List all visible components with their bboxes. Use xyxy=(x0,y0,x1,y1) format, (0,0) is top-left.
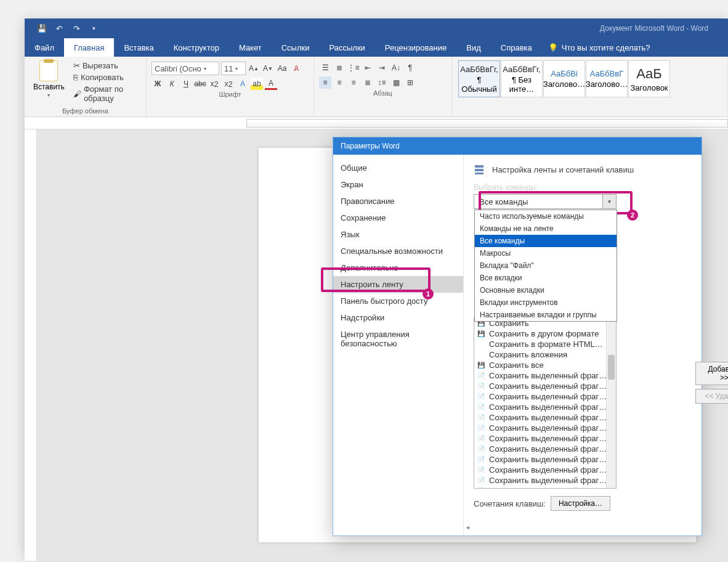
list-item[interactable]: Сохранить вложения xyxy=(474,349,616,360)
superscript-button[interactable]: x2 xyxy=(222,78,235,90)
sidebar-item-addins[interactable]: Надстройки xyxy=(333,309,463,326)
dropdown-item[interactable]: Вкладки инструментов xyxy=(475,296,617,309)
text-effects-button[interactable]: A xyxy=(237,78,249,90)
redo-icon[interactable]: ↷ xyxy=(71,23,81,33)
shading-button[interactable]: ▦ xyxy=(390,76,402,89)
paste-button[interactable]: Вставить ▾ xyxy=(30,59,68,107)
horizontal-scrollbar[interactable] xyxy=(465,524,700,533)
list-item[interactable]: 📄Сохранить выделенный фраг… xyxy=(474,412,616,423)
add-button[interactable]: Добавить >> xyxy=(695,362,728,385)
subscript-button[interactable]: x2 xyxy=(208,78,220,90)
list-item[interactable]: 💾Сохранить в другом формате▸ xyxy=(474,328,616,339)
borders-button[interactable]: ⊞ xyxy=(404,76,416,89)
shrink-font-button[interactable]: A▼ xyxy=(262,62,274,75)
undo-icon[interactable]: ↶ xyxy=(54,23,64,33)
sidebar-item-accessibility[interactable]: Специальные возможности xyxy=(333,243,463,259)
qat-more-icon[interactable]: ▾ xyxy=(89,23,99,33)
tab-review[interactable]: Рецензирование xyxy=(375,38,456,57)
list-item[interactable]: Сохранить в формате HTML… xyxy=(474,339,616,349)
style-normal[interactable]: АаБбВвГг,¶ Обычный xyxy=(458,60,500,97)
sidebar-item-display[interactable]: Экран xyxy=(333,176,463,193)
font-size-combo[interactable]: 11▾ xyxy=(221,62,246,75)
sidebar-item-language[interactable]: Язык xyxy=(333,226,463,243)
highlight-button[interactable]: ab xyxy=(251,78,263,90)
numbering-button[interactable]: ≣ xyxy=(333,62,346,74)
clear-format-button[interactable]: A̷ xyxy=(290,62,302,75)
tab-references[interactable]: Ссылки xyxy=(272,38,320,57)
indent-button[interactable]: ⇥ xyxy=(376,62,388,74)
font-name-combo[interactable]: Calibri (Осно▾ xyxy=(152,62,219,75)
underline-button[interactable]: Ч xyxy=(180,78,192,90)
remove-button[interactable]: << Удалить xyxy=(695,389,728,404)
dropdown-item[interactable]: Макросы xyxy=(475,247,617,259)
italic-button[interactable]: К xyxy=(166,78,178,90)
strike-button[interactable]: abc xyxy=(194,78,206,90)
style-heading2[interactable]: АаБбВвГЗаголово… xyxy=(586,60,628,97)
dropdown-item[interactable]: Все вкладки xyxy=(475,272,617,284)
list-item[interactable]: 📄Сохранить выделенный фраг… xyxy=(474,433,616,444)
sidebar-item-trust[interactable]: Центр управления безопасностью xyxy=(333,326,463,352)
list-item[interactable]: 📄Сохранить выделенный фраг… xyxy=(474,402,616,412)
grow-font-button[interactable]: A▲ xyxy=(248,62,260,75)
cut-button[interactable]: ✂Вырезать xyxy=(72,60,141,71)
tab-help[interactable]: Справка xyxy=(491,38,542,57)
bullets-button[interactable]: ☰ xyxy=(319,62,331,74)
outdent-button[interactable]: ⇤ xyxy=(362,62,374,74)
format-painter-button[interactable]: 🖌Формат по образцу xyxy=(72,84,141,104)
list-item[interactable]: 📄Сохранить выделенный фраг… xyxy=(474,423,616,433)
dropdown-item[interactable]: Команды не на ленте xyxy=(475,222,617,235)
sidebar-item-customize-ribbon[interactable]: Настроить ленту xyxy=(333,276,463,293)
multilevel-button[interactable]: ⋮≡ xyxy=(347,62,360,74)
list-item[interactable]: 💾Сохранить все xyxy=(474,360,616,370)
dropdown-item[interactable]: Настраиваемые вкладки и группы xyxy=(475,309,617,321)
list-item[interactable]: 📄Сохранить выделенный фраг… xyxy=(474,475,616,486)
list-item[interactable]: 📄Сохранить выделенный фраг… xyxy=(474,486,616,489)
dropdown-item[interactable]: Основные вкладки xyxy=(475,284,617,296)
list-item[interactable]: 📄Сохранить выделенный фраг… xyxy=(474,454,616,465)
tab-layout[interactable]: Макет xyxy=(229,38,272,57)
sidebar-item-save[interactable]: Сохранение xyxy=(333,210,463,226)
tab-insert[interactable]: Вставка xyxy=(114,38,163,57)
tab-home[interactable]: Главная xyxy=(64,38,114,57)
change-case-button[interactable]: Aa xyxy=(276,62,288,75)
list-item[interactable]: 📄Сохранить выделенный фраг… xyxy=(474,465,616,475)
sidebar-item-advanced[interactable]: Дополнительно xyxy=(333,259,463,276)
sidebar-item-general[interactable]: Общие xyxy=(333,160,463,176)
style-no-spacing[interactable]: АаБбВвГг,¶ Без инте… xyxy=(501,60,543,97)
dropdown-item[interactable]: Часто используемые команды xyxy=(475,210,617,222)
align-center-button[interactable]: ≡ xyxy=(333,76,346,89)
show-marks-button[interactable]: ¶ xyxy=(404,62,416,74)
sidebar-item-proofing[interactable]: Правописание xyxy=(333,193,463,210)
scrollbar-thumb[interactable] xyxy=(608,355,615,380)
commands-dropdown[interactable]: Все команды ▼ Часто используемые команды… xyxy=(474,194,617,209)
bold-button[interactable]: Ж xyxy=(152,78,164,90)
horizontal-ruler[interactable] xyxy=(25,117,728,129)
tab-mailings[interactable]: Рассылки xyxy=(319,38,374,57)
sort-button[interactable]: A↓ xyxy=(390,62,402,74)
dropdown-item[interactable]: Все команды xyxy=(475,235,617,247)
save-icon[interactable]: 💾 xyxy=(37,23,47,33)
scrollbar[interactable] xyxy=(606,318,616,488)
style-heading1[interactable]: АаБбВіЗаголово… xyxy=(543,60,585,97)
font-color-button[interactable]: A xyxy=(265,78,277,90)
tab-design[interactable]: Конструктор xyxy=(164,38,229,57)
copy-button[interactable]: ⎘Копировать xyxy=(72,72,141,83)
tab-file[interactable]: Файл xyxy=(25,38,64,57)
align-right-button[interactable]: ≡ xyxy=(347,76,360,89)
tell-me-search[interactable]: 💡 Что вы хотите сделать? xyxy=(548,38,650,57)
list-item[interactable]: 📄Сохранить выделенный фраг… xyxy=(474,381,616,391)
justify-button[interactable]: ≣ xyxy=(362,76,374,89)
sidebar-item-qat[interactable]: Панель быстрого досту xyxy=(333,293,463,309)
line-spacing-button[interactable]: ↕≡ xyxy=(376,76,388,89)
customize-shortcuts-button[interactable]: Настройка… xyxy=(551,496,610,511)
dropdown-item[interactable]: Вкладка "Файл" xyxy=(475,259,617,272)
list-item[interactable]: 📄Сохранить выделенный фраг… xyxy=(474,391,616,402)
styles-gallery[interactable]: АаБбВвГг,¶ Обычный АаБбВвГг,¶ Без инте… … xyxy=(457,59,722,99)
vertical-ruler[interactable] xyxy=(25,129,37,561)
commands-listbox[interactable]: 💾Сохранить 💾Сохранить в другом формате▸ … xyxy=(474,317,617,489)
tab-view[interactable]: Вид xyxy=(456,38,491,57)
align-left-button[interactable]: ≡ xyxy=(319,76,331,89)
list-item[interactable]: 📄Сохранить выделенный фраг… xyxy=(474,370,616,381)
list-item[interactable]: 📄Сохранить выделенный фраг… xyxy=(474,444,616,454)
style-title[interactable]: АаБЗаголовок xyxy=(628,60,670,97)
